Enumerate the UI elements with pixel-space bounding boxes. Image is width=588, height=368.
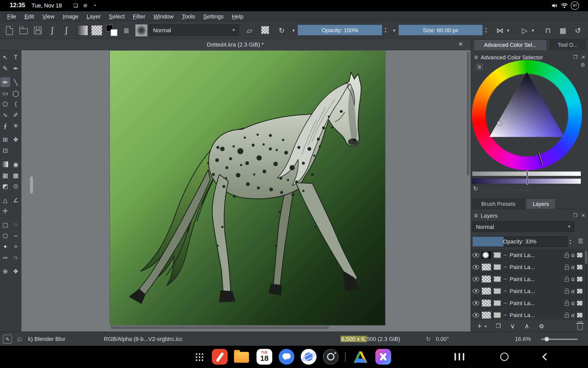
layer-row[interactable]: ∽ Paint La... α (471, 249, 584, 261)
tool-move[interactable]: ✥ (11, 135, 21, 144)
layer-lock-icon[interactable] (565, 291, 569, 294)
layer-alpha-icon[interactable]: α (571, 276, 574, 282)
layer-row[interactable]: ∽ Paint La... α (471, 273, 584, 285)
saturation-slider-handle[interactable] (526, 178, 528, 184)
layer-alpha-icon[interactable]: α (571, 264, 574, 270)
app-files[interactable] (234, 346, 250, 362)
docker-float-icon[interactable]: ❐ (573, 54, 578, 60)
open-button[interactable] (18, 25, 29, 36)
tool-select-shapes[interactable]: ↖ (0, 52, 10, 62)
layer-name[interactable]: Paint La... (510, 264, 563, 270)
tool-ellipse[interactable]: ◯ (11, 88, 21, 98)
canvas-area[interactable]: DF (21, 50, 471, 332)
document-tab-close-button[interactable]: ✕ (458, 41, 463, 48)
docker-close-icon[interactable]: ✕ (581, 54, 585, 60)
layer-mask-thumbnail[interactable] (493, 300, 501, 306)
layer-list-scrollbar[interactable] (585, 250, 587, 318)
menu-window[interactable]: Window (149, 13, 178, 19)
tool-enclose-fill[interactable]: ⊙ (11, 181, 21, 191)
tool-bezier-select[interactable]: ∾ (0, 252, 10, 262)
current-brush-name[interactable]: k) Blender Blur (28, 332, 65, 346)
tool-edit-shapes[interactable]: ✎ (0, 63, 10, 73)
layer-thumbnail[interactable] (481, 275, 491, 283)
spin-down-icon[interactable]: ▾ (485, 30, 487, 33)
layer-thumbnail[interactable] (481, 311, 491, 319)
mirror-horizontal-button[interactable]: ⋈ (494, 25, 505, 36)
layer-name[interactable]: Paint La... (510, 300, 563, 306)
tab-layers[interactable]: Layers (526, 198, 556, 209)
spin-down-icon[interactable]: ▾ (385, 30, 386, 33)
dynamic-brush-button[interactable]: ∫ (61, 25, 72, 36)
reload-preset-button[interactable]: ↻ (276, 25, 287, 36)
tool-smart-patch[interactable]: ▩ (11, 170, 21, 180)
undo-button[interactable]: ↺ (572, 25, 583, 36)
tool-calligraphy[interactable]: ✒ (11, 63, 21, 73)
layer-mask-thumbnail[interactable] (493, 264, 501, 270)
tool-multibrush[interactable]: ✳ (11, 121, 21, 130)
spin-up-icon[interactable]: ▴ (385, 27, 386, 30)
background-color[interactable] (111, 29, 117, 36)
document-canvas[interactable]: DF (110, 51, 385, 325)
app-camera[interactable] (323, 349, 339, 365)
tool-rectangle[interactable]: ▭ (0, 88, 10, 98)
docker-drag-handle[interactable]: ····· (519, 187, 532, 193)
color-cursor[interactable] (497, 121, 501, 125)
nav-recents-button[interactable] (455, 353, 464, 360)
toolbox-resize-handle[interactable] (30, 176, 33, 193)
layer-row[interactable]: ∽ Paint La... α (471, 309, 584, 319)
opacity-slider[interactable]: Opacity: 100% (297, 24, 383, 36)
layer-visibility-icon[interactable] (472, 289, 479, 293)
layer-alpha-lock-icon[interactable] (577, 288, 583, 294)
tool-reference-images[interactable]: ✛ (0, 206, 10, 216)
layer-alpha-lock-icon[interactable] (577, 312, 583, 318)
layer-visibility-icon[interactable] (472, 313, 479, 317)
delete-layer-button[interactable] (574, 321, 586, 331)
horse-artwork[interactable]: DF (110, 51, 385, 325)
layer-visibility-icon[interactable] (472, 253, 479, 257)
app-messages[interactable] (279, 349, 294, 365)
layer-row[interactable]: ∽ Paint La... α (471, 285, 584, 297)
spin-up-icon[interactable]: ▴ (485, 27, 487, 30)
layer-alpha-icon[interactable]: α (571, 312, 574, 318)
layer-alpha-icon[interactable]: α (571, 288, 574, 294)
layer-lock-icon[interactable] (565, 266, 569, 270)
tool-freehand-path[interactable]: ✐ (11, 110, 21, 120)
grid-button[interactable]: ▦ (557, 25, 569, 36)
layer-alpha-lock-icon[interactable] (577, 252, 583, 258)
mirror-h-dropdown-icon[interactable]: ▾ (505, 25, 511, 36)
menu-tools[interactable]: Tools (178, 13, 199, 19)
layer-lock-icon[interactable] (565, 303, 569, 306)
sv-triangle[interactable] (472, 60, 582, 170)
docker-float-icon[interactable]: ❐ (573, 213, 578, 218)
layer-mask-thumbnail[interactable] (493, 288, 501, 294)
layer-opacity-spinner[interactable]: ▴ ▾ (568, 236, 573, 247)
size-slider[interactable]: Size: 60.00 px (398, 24, 483, 36)
layer-name[interactable]: Paint La... (510, 252, 563, 258)
layer-lock-icon[interactable] (565, 315, 569, 318)
app-creative[interactable] (375, 349, 391, 365)
brush-preview[interactable] (135, 24, 148, 37)
layer-alpha-lock-icon[interactable] (577, 276, 583, 282)
save-button[interactable] (32, 25, 43, 36)
tool-dynamic-brush[interactable]: ∮ (0, 121, 10, 130)
app-drive[interactable] (353, 351, 367, 364)
blend-mode-dropdown[interactable]: Normal ▾ (149, 24, 239, 36)
spin-down-icon[interactable]: ▾ (570, 242, 571, 245)
tool-rect-select[interactable]: ▢ (0, 220, 10, 230)
apps-grid-icon[interactable] (196, 353, 197, 355)
layer-row[interactable]: ∽ Paint La... α (471, 261, 584, 273)
layer-alpha-lock-icon[interactable] (577, 300, 583, 306)
layer-alpha-icon[interactable]: α (571, 252, 574, 258)
lightness-slider[interactable] (472, 171, 581, 176)
tool-ellipse-select[interactable]: ◌ (11, 220, 21, 230)
tool-pattern-edit[interactable]: ▦ (0, 170, 10, 180)
tool-outline-select[interactable]: ∽ (11, 231, 21, 240)
tool-transform[interactable]: ⊞ (0, 135, 10, 144)
tool-color-sampler[interactable]: ◉ (11, 159, 21, 169)
size-spinner[interactable]: ▴ ▾ (484, 25, 488, 35)
brush-editor-button[interactable]: ≣ (121, 25, 132, 36)
tool-measure[interactable]: ∠ (11, 195, 21, 205)
rotation-icon[interactable]: ↻ (426, 332, 431, 346)
menu-edit[interactable]: Edit (20, 13, 38, 19)
menu-layer[interactable]: Layer (83, 13, 105, 19)
